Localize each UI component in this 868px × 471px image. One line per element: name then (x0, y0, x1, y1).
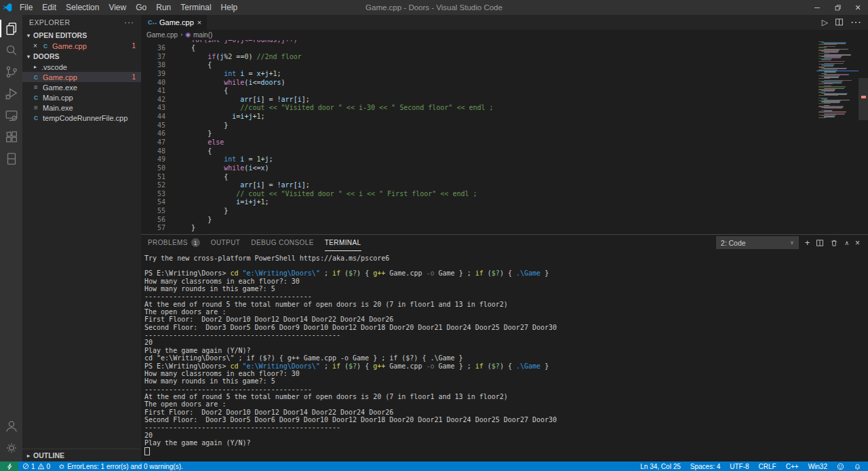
terminal-line: The open doors are : (144, 400, 868, 408)
minimap[interactable] (816, 40, 859, 234)
feedback-icon[interactable] (832, 461, 849, 471)
maximize-icon[interactable] (827, 0, 848, 15)
terminal-output[interactable]: Try the new cross-platform PowerShell ht… (141, 251, 868, 461)
line-col-indicator[interactable]: Ln 34, Col 25 (635, 461, 686, 471)
file-item-game-exe[interactable]: ≡Game.exe (22, 82, 141, 92)
source-control-icon[interactable] (0, 61, 22, 83)
encoding-indicator[interactable]: UTF-8 (725, 461, 753, 471)
run-file-icon[interactable]: ▷ (822, 18, 828, 27)
code-line: 36 { (141, 44, 815, 53)
menu-view[interactable]: View (104, 3, 131, 12)
open-editors-label: OPEN EDITORS (33, 31, 87, 39)
open-editors-section[interactable]: ▾ OPEN EDITORS (22, 30, 141, 41)
menu-go[interactable]: Go (131, 3, 151, 12)
language-indicator[interactable]: C++ (781, 461, 804, 471)
explorer-icon[interactable] (0, 18, 22, 39)
line-number: 45 (141, 121, 175, 130)
file-label: Game.cpp (43, 73, 77, 81)
code-token: == (232, 53, 244, 60)
code-token: <= (252, 79, 260, 86)
eol-indicator[interactable]: CRLF (754, 461, 781, 471)
close-panel-icon[interactable]: × (855, 238, 860, 248)
close-tab-icon[interactable]: × (197, 18, 201, 26)
file-item-tempcoderunnerfile-cpp[interactable]: CtempCodeRunnerFile.cpp (22, 113, 141, 123)
file-item-main-exe[interactable]: ≡Main.exe (22, 102, 141, 113)
account-icon[interactable] (0, 415, 22, 437)
open-editor-item[interactable]: ×CGame.cpp1 (22, 41, 141, 51)
terminal-line (144, 262, 868, 269)
chevron-down-icon: ∨ (790, 240, 794, 246)
terminal-text: The open doors are : (144, 308, 226, 316)
terminal-text: .\Game (516, 269, 540, 277)
outline-section[interactable]: ▸ OUTLINE (22, 449, 141, 461)
terminal-text: First Floor: Door2 Door10 Door12 Door14 … (144, 316, 393, 323)
platform-indicator[interactable]: Win32 (804, 461, 832, 471)
new-terminal-icon[interactable]: + (805, 238, 810, 248)
code-token: } (175, 224, 195, 231)
breadcrumb[interactable]: Game.cpp › ◉ main() (141, 30, 868, 40)
remote-explorer-icon[interactable] (0, 105, 22, 126)
file-item-game-cpp[interactable]: CGame.cpp1 (22, 72, 141, 82)
file-item--vscode[interactable]: ▸.vscode (22, 62, 141, 72)
menu-file[interactable]: File (15, 3, 37, 12)
close-window-icon[interactable]: × (848, 0, 868, 15)
scrollbar-slider[interactable] (859, 78, 868, 120)
panel-tab-problems[interactable]: PROBLEMS1 (148, 235, 200, 251)
split-terminal-icon[interactable] (816, 239, 824, 247)
errorlens-status[interactable]: ErrorLens: 1 error(s) and 0 warning(s). (54, 461, 187, 471)
code-token: { (175, 61, 212, 69)
run-debug-icon[interactable] (0, 83, 22, 105)
panel-tab-output[interactable]: OUTPUT (211, 235, 241, 251)
panel-tab-terminal[interactable]: TERMINAL (325, 235, 361, 251)
problems-indicator[interactable]: 1 0 (18, 461, 54, 471)
code-line: 48 { (141, 147, 815, 156)
terminal-text: 20 (144, 339, 153, 346)
menu-help[interactable]: Help (216, 3, 243, 12)
line-number: 38 (141, 61, 175, 70)
line-number: 44 (141, 113, 175, 121)
folder-section[interactable]: ▾ DOORS (22, 51, 141, 62)
menu-terminal[interactable]: Terminal (176, 3, 216, 12)
panel-tab-debug-console[interactable]: DEBUG CONSOLE (251, 235, 313, 251)
code-line: 52 arr[i] = !arr[i]; (141, 181, 815, 190)
code-editor[interactable]: for(int j=0;j<=rounds;j++)36 {37 if(j%2 … (141, 40, 868, 234)
remote-indicator[interactable] (0, 461, 18, 471)
menu-edit[interactable]: Edit (37, 3, 61, 12)
more-actions-icon[interactable]: ··· (124, 18, 134, 27)
settings-icon[interactable] (0, 437, 22, 459)
code-token: //cout << "Visited door " << i-30 << " S… (240, 104, 493, 111)
menu-run[interactable]: Run (151, 3, 176, 12)
terminal-line (144, 447, 868, 455)
minimize-icon[interactable]: ─ (807, 0, 827, 15)
terminal-text: ----------------------------------------… (144, 423, 340, 431)
cpp-file-icon: C (32, 115, 40, 121)
code-token: ]; (302, 181, 310, 189)
more-actions-icon[interactable]: ··· (850, 16, 861, 29)
code-text: i=i+j+1; (175, 198, 269, 207)
maximize-panel-icon[interactable]: ∧ (844, 240, 849, 246)
code-token: = (244, 155, 256, 163)
search-icon[interactable] (0, 39, 22, 61)
terminal-text: "e:\Writing\Doors\" (243, 362, 320, 370)
indentation-indicator[interactable]: Spaces: 4 (686, 461, 725, 471)
terminal-text: g++ (373, 362, 385, 370)
tab-game-cpp[interactable]: C++ Game.cpp × (141, 15, 207, 30)
notifications-bell-icon[interactable] (849, 461, 868, 471)
terminal-selector[interactable]: 2: Code ∨ (716, 236, 799, 249)
file-item-main-cpp[interactable]: CMain.cpp (22, 92, 141, 102)
close-editor-icon[interactable]: × (32, 42, 39, 50)
extensions-icon[interactable] (0, 126, 22, 148)
code-line: 49 int i = 1+j; (141, 155, 815, 164)
code-token: { (175, 147, 212, 155)
kill-terminal-icon[interactable] (830, 239, 838, 247)
notebook-icon[interactable] (0, 148, 22, 170)
terminal-line: First Floor: Door2 Door10 Door12 Door14 … (144, 409, 868, 416)
split-editor-icon[interactable] (835, 18, 844, 26)
minimap-bar (818, 111, 846, 112)
terminal-text: if (332, 269, 340, 277)
editor-scrollbar[interactable] (859, 40, 868, 234)
menu-selection[interactable]: Selection (61, 3, 104, 12)
breadcrumb-symbol[interactable]: main() (193, 31, 212, 39)
breadcrumb-file[interactable]: Game.cpp (146, 31, 178, 39)
window-controls: ─ × (807, 0, 868, 15)
